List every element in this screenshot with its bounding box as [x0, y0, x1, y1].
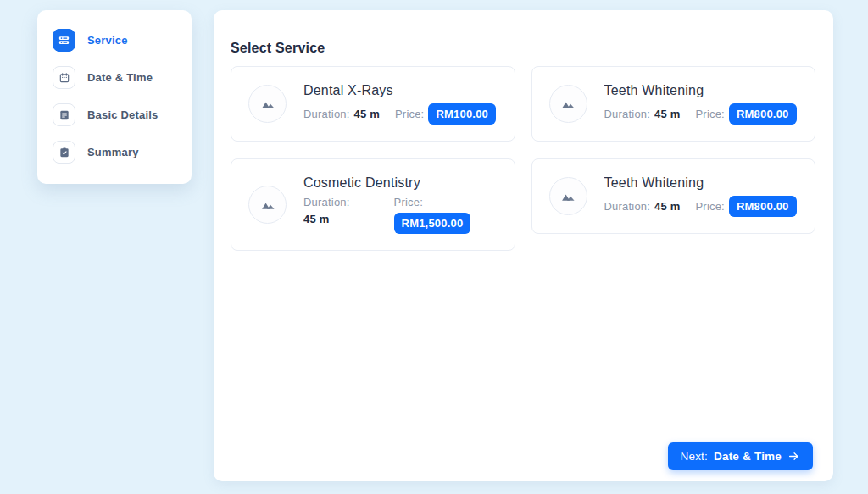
calendar-icon	[53, 66, 75, 89]
service-card-teeth-whitening-1[interactable]: Teeth Whitening Duration: 45 m Price: RM…	[531, 66, 816, 142]
clipboard-check-icon	[53, 141, 75, 164]
duration-label: Duration:	[604, 200, 651, 213]
price-badge: RM1,500.00	[394, 213, 471, 234]
duration-group: Duration: 45 m	[604, 200, 681, 213]
page-title: Select Service	[231, 41, 815, 56]
price-group: Price: RM100.00	[395, 103, 496, 125]
service-image-placeholder-icon	[549, 85, 587, 123]
sidebar-item-label: Date & Time	[87, 71, 153, 84]
service-meta: Duration: 45 m Price: RM1,500.00	[303, 196, 470, 234]
service-card-body: Dental X-Rays Duration: 45 m Price: RM10…	[303, 83, 496, 125]
price-badge: RM100.00	[428, 103, 496, 125]
service-card-dental-x-rays[interactable]: Dental X-Rays Duration: 45 m Price: RM10…	[231, 66, 515, 142]
service-card-body: Cosmetic Dentistry Duration: 45 m Price:…	[303, 175, 470, 234]
next-button-prefix: Next:	[681, 450, 709, 463]
duration-value: 45 m	[354, 108, 380, 120]
service-name: Dental X-Rays	[303, 83, 496, 98]
service-image-placeholder-icon	[549, 177, 587, 215]
service-name: Teeth Whitening	[604, 83, 797, 98]
sidebar-item-summary[interactable]: Summary	[53, 141, 176, 164]
price-label: Price:	[696, 108, 725, 120]
price-group: Price: RM1,500.00	[394, 196, 471, 234]
duration-group: Duration: 45 m	[303, 196, 350, 225]
service-image-placeholder-icon	[248, 85, 287, 123]
service-steps-icon	[53, 29, 75, 52]
service-image-placeholder-icon	[248, 186, 287, 224]
price-label: Price:	[696, 200, 725, 213]
duration-group: Duration: 45 m	[604, 108, 681, 120]
duration-value: 45 m	[303, 213, 329, 225]
service-card-body: Teeth Whitening Duration: 45 m Price: RM…	[604, 83, 797, 125]
duration-label: Duration:	[303, 108, 350, 120]
price-label: Price:	[395, 108, 424, 120]
duration-label: Duration:	[303, 196, 350, 208]
duration-value: 45 m	[654, 108, 680, 120]
price-label: Price:	[394, 196, 423, 208]
price-group: Price: RM800.00	[696, 103, 797, 125]
price-group: Price: RM800.00	[696, 196, 797, 217]
select-service-panel: Select Service Dental X-Rays Duration: 4…	[214, 10, 833, 481]
duration-value: 45 m	[654, 200, 680, 213]
panel-content: Select Service Dental X-Rays Duration: 4…	[214, 10, 833, 430]
service-card-body: Teeth Whitening Duration: 45 m Price: RM…	[604, 175, 797, 217]
service-card-teeth-whitening-2[interactable]: Teeth Whitening Duration: 45 m Price: RM…	[531, 158, 816, 234]
service-name: Cosmetic Dentistry	[303, 175, 470, 191]
service-meta: Duration: 45 m Price: RM800.00	[604, 103, 797, 125]
next-date-time-button[interactable]: Next: Date & Time	[668, 442, 814, 470]
arrow-right-icon	[787, 451, 800, 462]
document-icon	[53, 103, 75, 126]
sidebar-item-label: Basic Details	[87, 108, 159, 121]
sidebar-item-date-time[interactable]: Date & Time	[53, 66, 176, 89]
next-button-label: Date & Time	[714, 450, 782, 463]
duration-label: Duration:	[604, 108, 651, 120]
service-name: Teeth Whitening	[604, 175, 797, 191]
service-card-cosmetic-dentistry[interactable]: Cosmetic Dentistry Duration: 45 m Price:…	[231, 158, 515, 251]
sidebar-item-label: Summary	[87, 146, 139, 158]
booking-steps-sidebar: Service Date & Time Basic Details	[37, 10, 192, 184]
service-meta: Duration: 45 m Price: RM100.00	[303, 103, 496, 125]
price-badge: RM800.00	[729, 196, 797, 217]
sidebar-item-label: Service	[87, 34, 128, 47]
duration-group: Duration: 45 m	[303, 108, 380, 120]
sidebar-item-basic-details[interactable]: Basic Details	[53, 103, 176, 126]
service-meta: Duration: 45 m Price: RM800.00	[604, 196, 797, 217]
price-badge: RM800.00	[729, 103, 797, 125]
service-card-grid: Dental X-Rays Duration: 45 m Price: RM10…	[231, 66, 815, 251]
panel-footer: Next: Date & Time	[214, 430, 833, 481]
sidebar-item-service[interactable]: Service	[53, 29, 176, 52]
